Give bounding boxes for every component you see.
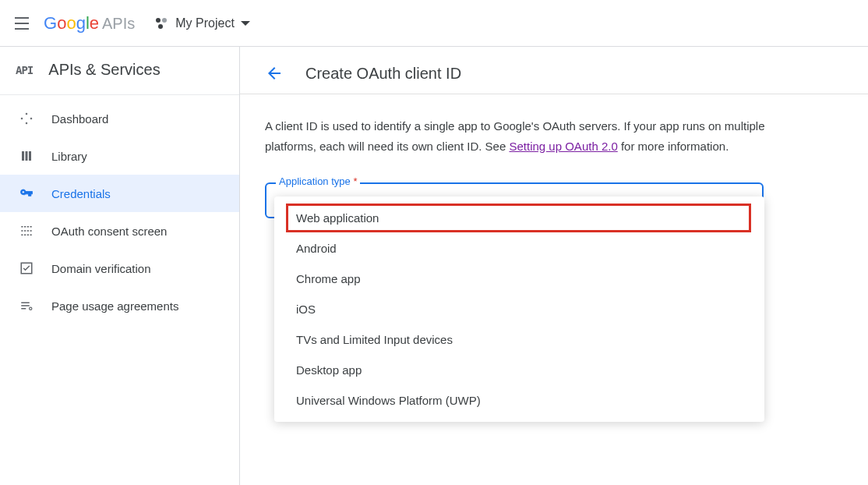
project-dots-icon	[153, 16, 169, 31]
google-apis-logo[interactable]: Google APIs	[44, 13, 135, 34]
sidebar-item-library[interactable]: Library	[0, 137, 239, 175]
application-type-dropdown: Web application Android Chrome app iOS T…	[274, 196, 764, 422]
field-label: Application type *	[276, 175, 360, 187]
key-icon	[19, 186, 34, 201]
sidebar-title: API APIs & Services	[0, 61, 239, 94]
sidebar-item-label: Credentials	[51, 187, 111, 200]
back-arrow-icon[interactable]	[265, 64, 284, 83]
svg-point-1	[30, 307, 32, 310]
sidebar-item-dashboard[interactable]: Dashboard	[0, 100, 239, 137]
dropdown-option-uwp[interactable]: Universal Windows Platform (UWP)	[274, 385, 764, 416]
sidebar-item-label: Domain verification	[51, 262, 151, 275]
description-text: A client ID is used to identify a single…	[265, 116, 779, 156]
application-type-field: Application type * Web application Andro…	[265, 182, 764, 218]
sidebar-item-page-usage[interactable]: Page usage agreements	[0, 287, 239, 324]
sidebar-item-label: Page usage agreements	[51, 299, 178, 313]
project-picker[interactable]: My Project	[153, 16, 250, 31]
dropdown-option-chrome-app[interactable]: Chrome app	[274, 264, 764, 294]
page-title: Create OAuth client ID	[305, 65, 461, 83]
library-icon	[19, 148, 34, 164]
sidebar-item-oauth-consent[interactable]: OAuth consent screen	[0, 212, 239, 250]
dashboard-icon	[19, 111, 34, 126]
top-header: Google APIs My Project	[0, 0, 868, 47]
chevron-down-icon	[241, 21, 250, 26]
dropdown-option-ios[interactable]: iOS	[274, 294, 764, 324]
dropdown-option-web-application[interactable]: Web application	[287, 204, 750, 232]
sidebar-item-credentials[interactable]: Credentials	[0, 175, 239, 212]
api-badge-icon: API	[16, 64, 33, 76]
sidebar-item-label: Library	[51, 150, 87, 163]
menu-icon[interactable]	[12, 14, 31, 33]
dropdown-option-android[interactable]: Android	[274, 233, 764, 264]
sidebar: API APIs & Services Dashboard Library Cr…	[0, 47, 240, 485]
sidebar-item-label: OAuth consent screen	[51, 225, 167, 238]
dropdown-option-tvs[interactable]: TVs and Limited Input devices	[274, 324, 764, 355]
sidebar-item-label: Dashboard	[51, 112, 108, 126]
page-header: Create OAuth client ID	[265, 64, 843, 83]
verify-icon	[19, 260, 34, 276]
dropdown-option-desktop[interactable]: Desktop app	[274, 355, 764, 385]
main-content: Create OAuth client ID A client ID is us…	[240, 47, 868, 485]
setup-oauth-link[interactable]: Setting up OAuth 2.0	[509, 140, 617, 153]
consent-icon	[19, 223, 34, 239]
project-name: My Project	[175, 16, 235, 30]
sidebar-item-domain-verification[interactable]: Domain verification	[0, 250, 239, 287]
agreements-icon	[19, 298, 34, 313]
